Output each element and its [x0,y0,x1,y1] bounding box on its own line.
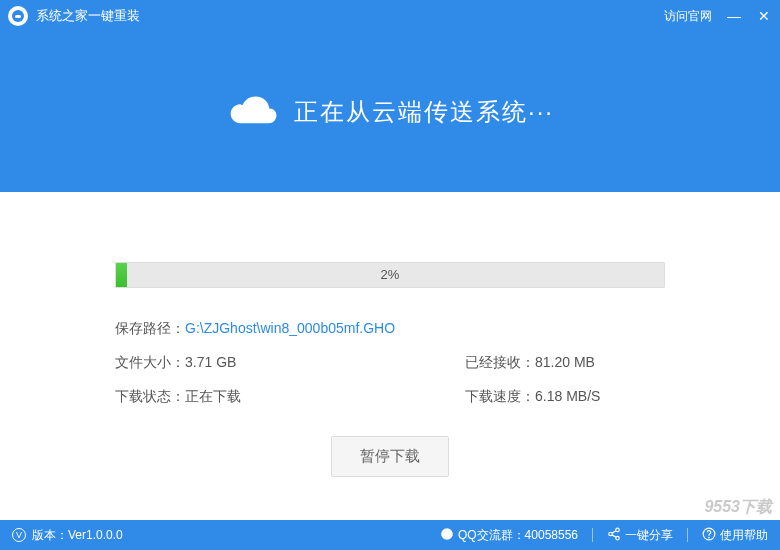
footer: V 版本： Ver1.0.0.0 QQ交流群： 40058556 一键分享 使用… [0,520,780,550]
help-icon [702,527,716,544]
share-label: 一键分享 [625,527,673,544]
received-label: 已经接收： [465,354,535,372]
progress-text: 2% [116,263,664,287]
footer-divider [592,528,593,542]
svg-line-5 [612,534,616,536]
save-path-value[interactable]: G:\ZJGhost\win8_000b05mf.GHO [185,320,395,338]
file-size-label: 文件大小： [115,354,185,372]
svg-point-7 [709,537,710,538]
save-path-label: 保存路径： [115,320,185,338]
pause-download-button[interactable]: 暂停下载 [331,436,449,477]
qq-group-link[interactable]: QQ交流群： 40058556 [440,527,578,544]
speed-label: 下载速度： [465,388,535,406]
share-link[interactable]: 一键分享 [607,527,673,544]
svg-line-4 [612,530,616,532]
status-label: 下载状态： [115,388,185,406]
received-value: 81.20 MB [535,354,595,372]
qq-label: QQ交流群： [458,527,525,544]
close-button[interactable]: ✕ [756,8,772,24]
svg-point-0 [441,528,453,540]
svg-point-1 [616,528,620,532]
qq-icon [440,527,454,544]
hero-message: 正在从云端传送系统··· [294,96,554,128]
progress-bar: 2% [115,262,665,288]
svg-point-2 [609,532,613,536]
cloud-icon [226,93,282,131]
qq-value: 40058556 [525,528,578,542]
hero-banner: 正在从云端传送系统··· [0,32,780,192]
version-icon: V [12,528,26,542]
visit-website-link[interactable]: 访问官网 [664,8,712,25]
file-size-value: 3.71 GB [185,354,236,372]
titlebar: 系统之家一键重装 访问官网 — ✕ [0,0,780,32]
info-row-status: 下载状态： 正在下载 下载速度： 6.18 MB/S [115,388,665,406]
app-title: 系统之家一键重装 [36,7,664,25]
version-label: 版本： [32,527,68,544]
version-value: Ver1.0.0.0 [68,528,123,542]
footer-divider [687,528,688,542]
watermark: 9553下载 [704,497,772,518]
info-row-size: 文件大小： 3.71 GB 已经接收： 81.20 MB [115,354,665,372]
main-content: 2% 保存路径： G:\ZJGhost\win8_000b05mf.GHO 文件… [0,192,780,477]
share-icon [607,527,621,544]
help-link[interactable]: 使用帮助 [702,527,768,544]
speed-value: 6.18 MB/S [535,388,600,406]
help-label: 使用帮助 [720,527,768,544]
minimize-button[interactable]: — [726,8,742,24]
svg-point-3 [616,536,620,540]
status-value: 正在下载 [185,388,241,406]
app-icon [8,6,28,26]
info-row-path: 保存路径： G:\ZJGhost\win8_000b05mf.GHO [115,320,665,338]
